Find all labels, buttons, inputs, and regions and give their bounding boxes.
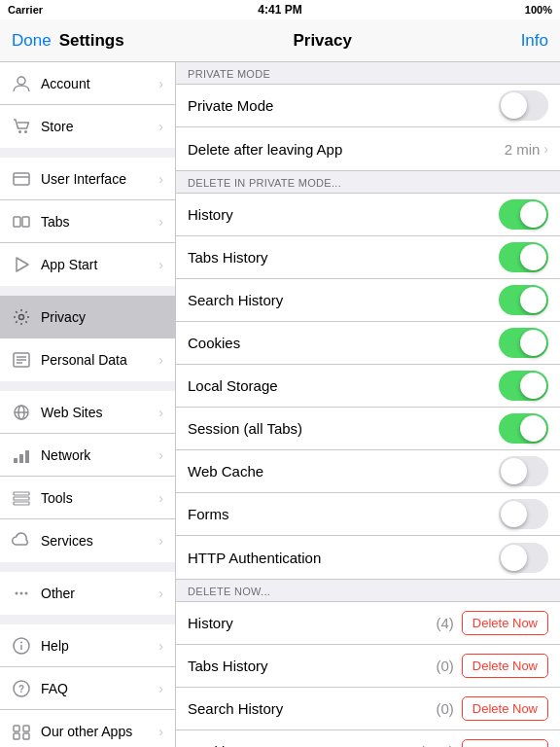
delete-history-button[interactable]: Delete Now bbox=[462, 611, 548, 635]
sidebar-group-2: User Interface › Tabs › bbox=[0, 158, 175, 286]
svg-rect-18 bbox=[25, 450, 29, 463]
sidebar-label-help: Help bbox=[41, 638, 158, 654]
status-bar: Carrier 4:41 PM 100% bbox=[0, 0, 560, 19]
row-delete-after-leaving[interactable]: Delete after leaving App 2 min › bbox=[176, 127, 560, 170]
battery-label: 100% bbox=[525, 4, 552, 16]
sidebar-item-store[interactable]: Store › bbox=[0, 105, 175, 148]
done-button[interactable]: Done bbox=[12, 31, 52, 51]
toggle-http-auth-private[interactable] bbox=[499, 543, 548, 573]
info-button[interactable]: Info bbox=[521, 31, 548, 51]
sidebar-item-app-start[interactable]: App Start › bbox=[0, 243, 175, 286]
svg-point-8 bbox=[19, 314, 24, 319]
sidebar-label-app-start: App Start bbox=[41, 257, 158, 272]
svg-point-1 bbox=[18, 130, 21, 133]
delete-cookies-button[interactable]: Delete Now bbox=[462, 739, 548, 747]
window-icon bbox=[10, 167, 33, 191]
svg-rect-31 bbox=[23, 726, 29, 731]
svg-rect-32 bbox=[14, 733, 19, 739]
toggle-tabs-history-private[interactable] bbox=[499, 242, 548, 272]
sidebar-label-privacy: Privacy bbox=[41, 309, 158, 325]
label-forms-private: Forms bbox=[188, 506, 499, 522]
sidebar-item-user-interface[interactable]: User Interface › bbox=[0, 158, 175, 200]
delete-search-history-button[interactable]: Delete Now bbox=[462, 696, 548, 721]
toggle-forms-private[interactable] bbox=[499, 499, 548, 529]
sidebar-group-3: Privacy › Personal Data › bbox=[0, 296, 175, 381]
sidebar-group-1: Account › Store › bbox=[0, 62, 175, 148]
svg-text:?: ? bbox=[18, 684, 24, 694]
sidebar-item-services[interactable]: Services › bbox=[0, 519, 175, 562]
person-icon bbox=[10, 72, 33, 95]
sidebar-label-services: Services bbox=[41, 533, 158, 549]
row-web-cache-private: Web Cache bbox=[176, 450, 560, 493]
section-header-private-mode: PRIVATE MODE bbox=[176, 62, 560, 84]
toggle-session-private[interactable] bbox=[499, 413, 548, 444]
sidebar-item-privacy[interactable]: Privacy › bbox=[0, 296, 175, 338]
sidebar-label-store: Store bbox=[41, 119, 158, 134]
label-search-history-now: Search History bbox=[188, 700, 436, 717]
row-http-auth-private: HTTP Authentication bbox=[176, 536, 560, 579]
toggle-history-private[interactable] bbox=[499, 199, 548, 230]
sidebar-item-account[interactable]: Account › bbox=[0, 62, 175, 105]
row-cookies-now: Cookies (136) Delete Now bbox=[176, 730, 560, 747]
label-session-private: Session (all Tabs) bbox=[188, 420, 499, 437]
svg-point-22 bbox=[16, 592, 18, 595]
settings-group-delete-private: History Tabs History Search History Cook… bbox=[176, 193, 560, 580]
play-icon bbox=[10, 253, 33, 276]
delete-tabs-history-button[interactable]: Delete Now bbox=[462, 654, 548, 678]
chevron-right-icon: › bbox=[158, 76, 163, 91]
row-local-storage-private: Local Storage bbox=[176, 365, 560, 408]
svg-marker-7 bbox=[17, 258, 28, 271]
status-bar-time: 4:41 PM bbox=[258, 3, 301, 17]
label-cookies-private: Cookies bbox=[188, 335, 499, 351]
label-tabs-history-private: Tabs History bbox=[188, 249, 499, 266]
sidebar-label-other-apps: Our other Apps bbox=[41, 724, 158, 739]
sidebar-item-other-apps[interactable]: Our other Apps › bbox=[0, 710, 175, 747]
label-cookies-now: Cookies bbox=[188, 743, 420, 747]
faq-icon: ? bbox=[10, 677, 33, 700]
sidebar-item-web-sites[interactable]: Web Sites › bbox=[0, 391, 175, 434]
sidebar-label-other: Other bbox=[41, 586, 158, 601]
sidebar-item-tabs[interactable]: Tabs › bbox=[0, 200, 175, 243]
row-tabs-history-private: Tabs History bbox=[176, 236, 560, 279]
row-history-private: History bbox=[176, 194, 560, 236]
cloud-icon bbox=[10, 529, 33, 552]
sidebar-group-6: Help › ? FAQ › bbox=[0, 624, 175, 747]
sidebar-label-personal-data: Personal Data bbox=[41, 352, 158, 368]
sidebar-item-help[interactable]: Help › bbox=[0, 624, 175, 667]
section-header-delete-now: DELETE NOW... bbox=[176, 580, 560, 601]
count-cookies-now: (136) bbox=[420, 743, 454, 747]
globe-icon bbox=[10, 401, 33, 424]
value-delete-after-leaving: 2 min bbox=[505, 141, 541, 158]
other-icon bbox=[10, 582, 33, 605]
label-web-cache-private: Web Cache bbox=[188, 463, 499, 480]
svg-rect-20 bbox=[14, 497, 29, 500]
tabs-icon bbox=[10, 210, 33, 233]
main-layout: Account › Store › bbox=[0, 62, 560, 747]
label-tabs-history-now: Tabs History bbox=[188, 658, 436, 674]
svg-rect-19 bbox=[14, 492, 29, 495]
count-history-now: (4) bbox=[436, 615, 453, 631]
apps-icon bbox=[10, 720, 33, 743]
carrier-label: Carrier bbox=[8, 4, 43, 16]
toggle-web-cache-private[interactable] bbox=[499, 456, 548, 486]
row-tabs-history-now: Tabs History (0) Delete Now bbox=[176, 645, 560, 688]
sidebar-item-personal-data[interactable]: Personal Data › bbox=[0, 338, 175, 381]
svg-rect-5 bbox=[14, 217, 20, 227]
toggle-local-storage-private[interactable] bbox=[499, 371, 548, 401]
sidebar-item-tools[interactable]: Tools › bbox=[0, 477, 175, 519]
count-search-history-now: (0) bbox=[436, 700, 453, 717]
nav-settings-label: Settings bbox=[59, 31, 124, 51]
svg-rect-3 bbox=[14, 173, 29, 185]
svg-point-23 bbox=[20, 592, 23, 595]
toggle-knob bbox=[501, 92, 527, 119]
svg-rect-16 bbox=[14, 458, 18, 463]
label-history-private: History bbox=[188, 206, 499, 223]
sidebar-item-other[interactable]: Other › bbox=[0, 572, 175, 615]
count-tabs-history-now: (0) bbox=[436, 658, 453, 674]
label-search-history-private: Search History bbox=[188, 292, 499, 308]
toggle-search-history-private[interactable] bbox=[499, 285, 548, 315]
toggle-private-mode[interactable] bbox=[499, 90, 548, 121]
sidebar-item-network[interactable]: Network › bbox=[0, 434, 175, 477]
toggle-cookies-private[interactable] bbox=[499, 328, 548, 358]
sidebar-item-faq[interactable]: ? FAQ › bbox=[0, 667, 175, 710]
